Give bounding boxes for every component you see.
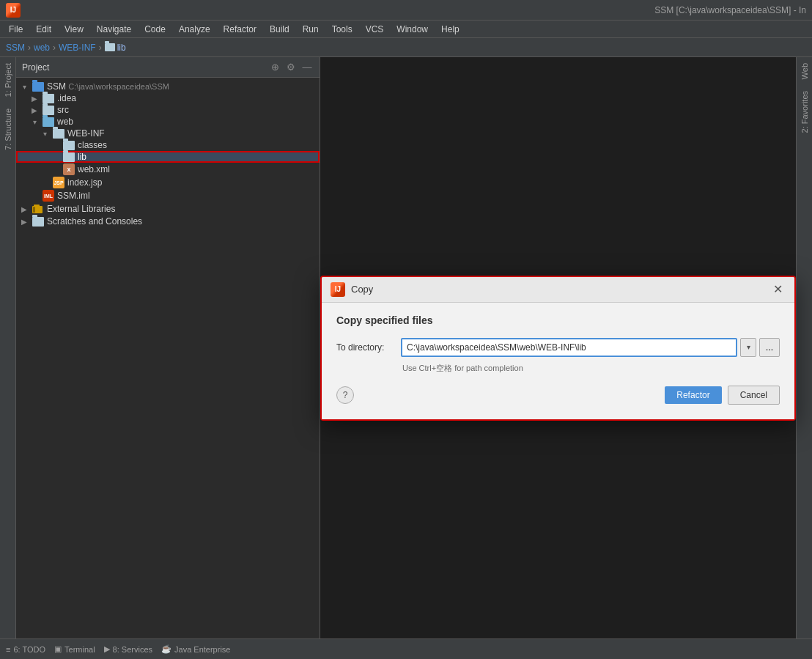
breadcrumb-webinf[interactable]: WEB-INF [59,43,96,53]
dialog-body: Copy specified files To directory: ▾ … U… [322,303,794,419]
java-enterprise-label: Java Enterprise [174,645,230,654]
panel-title: Project [22,62,49,73]
folder-icon-lib [63,152,75,162]
tree-arrow-ssm: ▾ [19,81,29,92]
breadcrumb-sep3: › [99,43,102,53]
dialog-close-button[interactable]: ✕ [769,281,786,298]
bottom-services[interactable]: ▶ 8: Services [104,644,152,654]
tree-item-ssm[interactable]: ▾ SSM C:\java\workspaceidea\SSM [16,81,320,92]
breadcrumb-sep1: › [28,43,31,53]
menu-refactor[interactable]: Refactor [218,23,262,36]
dialog-subtitle: Copy specified files [336,314,780,326]
side-tab-web[interactable]: Web [798,57,811,85]
tree-arrow-ssmiml [29,191,40,201]
menu-build[interactable]: Build [264,23,295,36]
tree-item-ssmiml[interactable]: IML SSM.iml [16,189,320,202]
dialog-directory-input[interactable] [401,338,737,357]
tree-item-web[interactable]: ▾ web [16,116,320,128]
tree-item-indexjsp[interactable]: JSP index.jsp [16,176,320,189]
tree-label-ssm: SSM C:\java\workspaceidea\SSM [47,81,169,92]
menu-help[interactable]: Help [435,23,465,36]
java-enterprise-icon: ☕ [161,644,171,654]
folder-icon-scratches [32,217,44,227]
ext-lib-icon [32,203,44,215]
panel-locate-icon[interactable]: ⊕ [268,61,281,74]
services-label: 8: Services [113,645,152,654]
tree-arrow-lib [50,152,60,162]
project-tree: ▾ SSM C:\java\workspaceidea\SSM ▶ .idea … [16,78,320,638]
dialog-input-wrapper: ▾ … [401,338,780,357]
tree-item-webinf[interactable]: ▾ WEB-INF [16,128,320,139]
breadcrumb-lib-label: lib [117,43,126,53]
tree-label-ssmiml: SSM.iml [57,191,90,201]
project-panel: Project ⊕ ⚙ — ▾ SSM C:\java\workspaceide… [16,57,320,638]
title-bar: IJ SSM [C:\java\workspaceidea\SSM] - In [0,0,812,21]
tree-label-scratches: Scratches and Consoles [47,216,142,227]
menu-tools[interactable]: Tools [326,23,358,36]
dialog-browse-button[interactable]: … [759,338,780,357]
panel-minimize-icon[interactable]: — [300,61,314,74]
panel-settings-icon[interactable]: ⚙ [284,61,298,74]
tree-arrow-webinf: ▾ [40,128,50,139]
tree-label-webxml: web.xml [78,164,110,174]
tree-item-idea[interactable]: ▶ .idea [16,92,320,104]
tree-item-scratches[interactable]: ▶ Scratches and Consoles [16,216,320,227]
tree-arrow-web: ▾ [29,117,40,127]
menu-run[interactable]: Run [297,23,325,36]
breadcrumb: SSM › web › WEB-INF › lib [0,38,812,57]
todo-label: 6: TODO [13,645,45,654]
tree-item-extlib[interactable]: ▶ External Libraries [16,202,320,216]
menu-navigate[interactable]: Navigate [91,23,137,36]
menu-window[interactable]: Window [391,23,434,36]
side-tabs-left: 1: Project 7: Structure [0,57,16,638]
menu-view[interactable]: View [59,23,89,36]
tree-label-classes: classes [78,140,107,150]
terminal-label: Terminal [64,645,95,654]
tree-item-lib[interactable]: lib [16,151,320,163]
copy-dialog: IJ Copy ✕ Copy specified files To direct… [320,276,796,421]
menu-code[interactable]: Code [139,23,171,36]
folder-icon-idea [43,94,54,103]
breadcrumb-sep2: › [53,43,56,53]
svg-rect-1 [34,205,40,207]
side-tabs-right: Web 2: Favorites [796,57,812,638]
tree-label-idea: .idea [57,93,76,103]
tree-label-webinf: WEB-INF [67,128,105,139]
tree-item-webxml[interactable]: x web.xml [16,163,320,176]
dialog-help-button[interactable]: ? [336,386,354,404]
dialog-directory-row: To directory: ▾ … [336,338,780,357]
breadcrumb-lib[interactable]: lib [105,43,126,53]
bottom-java-enterprise[interactable]: ☕ Java Enterprise [161,644,230,654]
tree-item-src[interactable]: ▶ src [16,104,320,116]
menu-analyze[interactable]: Analyze [173,23,216,36]
main-area: Search Everywhere Double Shift IJ Copy ✕… [320,57,796,638]
menu-bar: File Edit View Navigate Code Analyze Ref… [0,21,812,38]
menu-edit[interactable]: Edit [30,23,57,36]
menu-vcs[interactable]: VCS [360,23,390,36]
bottom-todo[interactable]: ≡ 6: TODO [6,645,45,654]
side-tab-favorites[interactable]: 2: Favorites [798,85,811,139]
bottom-terminal[interactable]: ▣ Terminal [54,644,95,654]
tree-item-classes[interactable]: classes [16,139,320,151]
services-icon: ▶ [104,644,110,654]
side-tab-structure[interactable]: 7: Structure [1,103,15,156]
dialog-title-text: Copy [351,284,373,295]
tree-arrow-scratches: ▶ [19,216,29,227]
breadcrumb-ssm[interactable]: SSM [6,43,25,53]
dialog-refactor-button[interactable]: Refactor [665,386,721,404]
folder-icon-webinf [53,129,64,139]
menu-file[interactable]: File [3,23,29,36]
file-icon-indexjsp: JSP [53,177,64,188]
breadcrumb-web[interactable]: web [34,43,50,53]
todo-icon: ≡ [6,645,10,654]
tree-arrow-webxml [50,164,60,174]
tree-arrow-indexjsp [40,177,50,188]
tree-arrow-idea: ▶ [29,93,40,103]
folder-icon-classes [63,141,75,150]
side-tab-project[interactable]: 1: Project [1,57,15,103]
dialog-cancel-button[interactable]: Cancel [728,386,780,405]
folder-icon-web [43,117,54,127]
tree-label-indexjsp: index.jsp [67,177,102,188]
dialog-dropdown-button[interactable]: ▾ [740,338,756,357]
file-icon-ssmiml: IML [43,190,54,202]
